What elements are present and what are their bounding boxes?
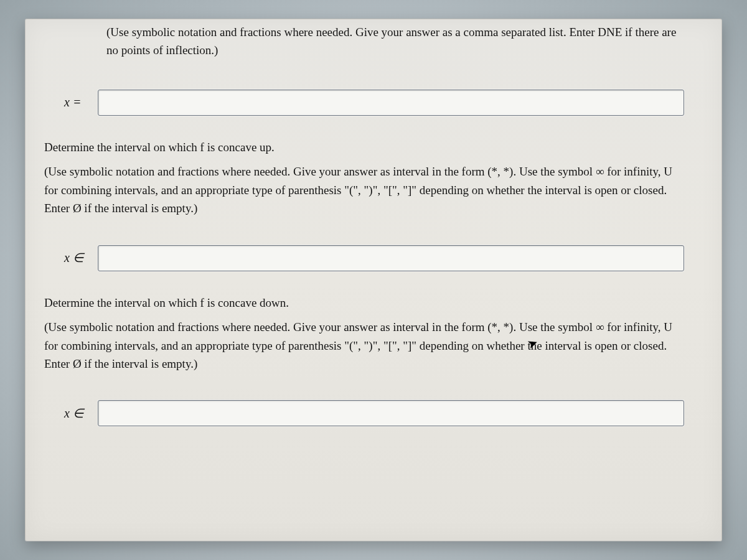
- concave-up-heading: Determine the interval on which f is con…: [44, 138, 684, 156]
- concave-down-answer-row: x ∈: [44, 400, 684, 426]
- inflection-label: x =: [64, 93, 89, 112]
- concave-up-section: Determine the interval on which f is con…: [44, 138, 684, 271]
- inflection-answer-row: x =: [44, 90, 684, 116]
- concave-down-heading: Determine the interval on which f is con…: [44, 294, 684, 312]
- concave-up-label: x ∈: [64, 248, 89, 268]
- concave-up-answer-row: x ∈: [44, 245, 684, 271]
- concave-down-input[interactable]: [98, 400, 684, 426]
- inflection-input[interactable]: [98, 90, 684, 116]
- question-sheet: (Use symbolic notation and fractions whe…: [25, 19, 722, 541]
- concave-down-label: x ∈: [64, 404, 89, 423]
- concave-up-input[interactable]: [98, 245, 684, 271]
- concave-up-instruction: (Use symbolic notation and fractions whe…: [44, 162, 684, 217]
- concave-down-instruction: (Use symbolic notation and fractions whe…: [44, 318, 684, 373]
- concave-down-section: Determine the interval on which f is con…: [44, 294, 684, 427]
- inflection-instruction: (Use symbolic notation and fractions whe…: [44, 23, 684, 60]
